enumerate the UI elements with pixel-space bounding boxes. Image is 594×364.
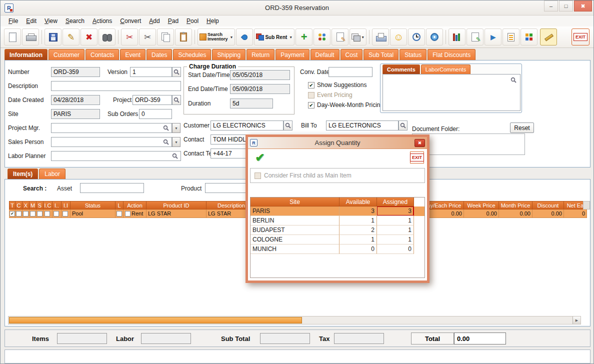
assigned-cell[interactable]: 1: [377, 226, 414, 235]
row-l-checkbox[interactable]: [116, 211, 122, 216]
comments-textarea[interactable]: [382, 74, 520, 111]
tab-items[interactable]: Item(s): [8, 168, 38, 179]
number-field[interactable]: ORD-359: [51, 67, 100, 77]
menu-pad[interactable]: Pad: [164, 16, 182, 26]
row-m-checkbox[interactable]: [30, 211, 36, 216]
sales-person-dropdown[interactable]: ▼: [172, 137, 180, 147]
description-field[interactable]: [51, 81, 181, 91]
save-button[interactable]: [44, 28, 62, 46]
scrollbar-thumb[interactable]: [9, 317, 302, 324]
tasks-button[interactable]: [502, 28, 520, 46]
customer-search-button[interactable]: [284, 120, 292, 130]
labor-planner-search-icon[interactable]: [171, 152, 179, 160]
start-date-field[interactable]: 05/05/2018: [230, 70, 290, 80]
tab-labor[interactable]: Labor: [39, 168, 66, 179]
labor-planner-field[interactable]: [51, 151, 181, 161]
sub-orders-field[interactable]: 0: [139, 109, 172, 119]
library-button[interactable]: [448, 28, 466, 46]
version-search-button[interactable]: [172, 67, 181, 77]
cut-button[interactable]: ✂: [139, 28, 156, 46]
row-ii-checkbox[interactable]: [62, 211, 68, 216]
menu-pool[interactable]: Pool: [182, 16, 202, 26]
day-week-month-checkbox[interactable]: [308, 102, 314, 108]
dialog-close-button[interactable]: ✖: [414, 139, 425, 147]
asset-search-input[interactable]: [80, 183, 144, 193]
show-suggestions-checkbox[interactable]: [308, 82, 314, 88]
tab-status[interactable]: Status: [400, 49, 426, 60]
copy-button[interactable]: [157, 28, 174, 46]
horizontal-scrollbar[interactable]: ▶: [8, 316, 581, 324]
tab-comments[interactable]: Comments: [382, 64, 420, 74]
maximize-button[interactable]: □: [559, 0, 573, 12]
table-row[interactable]: PARIS 3 3: [250, 206, 424, 216]
paste-button[interactable]: [175, 28, 192, 46]
menu-actions[interactable]: Actions: [88, 16, 116, 26]
row-s-checkbox[interactable]: [37, 211, 42, 216]
tab-schedules[interactable]: Schedules: [173, 49, 211, 60]
project-search-button[interactable]: [172, 95, 181, 105]
dialog-exit-button[interactable]: EXIT: [410, 152, 424, 164]
dialog-confirm-button[interactable]: ✔: [253, 151, 267, 164]
project-field[interactable]: ORD-359: [132, 95, 172, 105]
document-edit-button[interactable]: [466, 28, 484, 46]
exit-button[interactable]: EXIT: [572, 28, 590, 46]
site-field[interactable]: PARIS: [51, 109, 100, 119]
row-ic-checkbox[interactable]: [44, 211, 50, 216]
dialog-titlebar[interactable]: R Assign Quantity ✖: [248, 137, 427, 149]
project-mgr-field[interactable]: [51, 123, 172, 133]
add-button[interactable]: +: [296, 28, 312, 46]
sub-rent-button[interactable]: Sub Rent ▼: [254, 28, 294, 46]
blocks-button[interactable]: [520, 28, 538, 46]
sales-person-field[interactable]: [51, 137, 172, 147]
scroll-right-button[interactable]: ▶: [572, 316, 580, 324]
minimize-button[interactable]: –: [544, 0, 558, 12]
table-row[interactable]: COLOGNE 1 1: [250, 235, 424, 244]
menu-help[interactable]: Help: [202, 16, 223, 26]
conv-date-field[interactable]: [328, 67, 372, 77]
note-edit-button[interactable]: [332, 28, 348, 46]
edit-button[interactable]: ✎: [62, 28, 80, 46]
tab-shipping[interactable]: Shipping: [212, 49, 246, 60]
duration-field[interactable]: 5d: [230, 98, 273, 108]
delete-button[interactable]: ✖: [80, 28, 98, 46]
close-button[interactable]: ✖: [574, 0, 592, 12]
tab-contacts[interactable]: Contacts: [86, 49, 119, 60]
end-date-field[interactable]: 05/09/2018: [230, 84, 290, 94]
smiley-button[interactable]: ☺: [390, 28, 407, 46]
group-button[interactable]: [314, 28, 330, 46]
table-row[interactable]: MUNICH 0 0: [250, 244, 424, 254]
menu-view[interactable]: View: [40, 16, 62, 26]
tab-payment[interactable]: Payment: [276, 49, 309, 60]
tab-sub-total[interactable]: Sub Total: [364, 49, 398, 60]
sales-person-search-icon[interactable]: [162, 138, 170, 146]
customer-field[interactable]: LG ELECTRONICS: [210, 120, 284, 130]
find-button[interactable]: [98, 28, 116, 46]
cut-special-button[interactable]: ✂: [121, 28, 138, 46]
row-action-checkbox[interactable]: [125, 211, 130, 216]
assigned-cell[interactable]: 0: [377, 244, 414, 254]
search-inventory-button[interactable]: SearchInventory ▼: [198, 28, 235, 46]
menu-add[interactable]: Add: [145, 16, 164, 26]
tab-cost[interactable]: Cost: [340, 49, 363, 60]
reset-button[interactable]: Reset: [510, 122, 534, 133]
row-c-checkbox[interactable]: [16, 211, 22, 216]
bill-to-search-button[interactable]: [398, 120, 408, 130]
bill-to-field[interactable]: LG ELECTRONICS: [326, 120, 398, 130]
menu-file[interactable]: File: [4, 16, 22, 26]
wand-button[interactable]: [540, 28, 557, 46]
menu-search[interactable]: Search: [62, 16, 88, 26]
consider-first-child-checkbox[interactable]: [254, 172, 261, 179]
tab-information[interactable]: Information: [4, 49, 48, 60]
time-button[interactable]: [408, 28, 425, 46]
tab-return[interactable]: Return: [246, 49, 274, 60]
cards-button[interactable]: ▼: [350, 28, 366, 46]
new-button[interactable]: [4, 28, 21, 46]
disc-button[interactable]: [426, 28, 443, 46]
table-row[interactable]: BUDAPEST 2 1: [250, 226, 424, 235]
project-mgr-dropdown[interactable]: ▼: [172, 123, 180, 133]
menu-convert[interactable]: Convert: [116, 16, 145, 26]
row-x-checkbox[interactable]: [23, 211, 28, 216]
project-mgr-search-icon[interactable]: [162, 124, 170, 132]
transfer-button[interactable]: ▶: [484, 28, 502, 46]
menu-edit[interactable]: Edit: [22, 16, 40, 26]
